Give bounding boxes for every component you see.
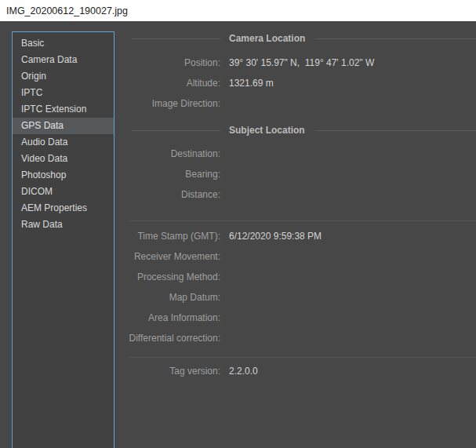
field-label: Processing Method: [114,271,220,282]
field-differential-correction: Differential correction: [114,328,476,348]
header-line-right [314,130,476,131]
header-line-left [114,130,220,131]
field-position: Position: 39° 30' 15.97" N, 119° 47' 1.0… [114,53,476,73]
sidebar-item-aem-properties[interactable]: AEM Properties [13,200,114,217]
sidebar-item-origin[interactable]: Origin [13,68,114,85]
section-header-subject-location: Subject Location [114,122,476,138]
field-time-stamp-gmt: Time Stamp (GMT): 6/12/2020 9:59:38 PM [114,226,476,246]
header-line-right [314,38,476,39]
file-info-panel: Basic Camera Data Origin IPTC IPTC Exten… [0,21,476,448]
field-image-direction: Image Direction: [114,93,476,114]
field-label: Destination: [114,148,220,159]
field-tag-version: Tag version: 2.2.0.0 [114,361,476,381]
category-list: Basic Camera Data Origin IPTC IPTC Exten… [12,31,114,448]
sidebar-item-photoshop[interactable]: Photoshop [13,167,114,184]
sidebar-item-iptc-extension[interactable]: IPTC Extension [13,101,114,118]
field-label: Map Datum: [114,292,220,303]
field-area-information: Area Information: [114,308,476,328]
field-label: Altitude: [114,78,220,89]
header-line-left [114,38,220,39]
field-label: Distance: [114,189,220,200]
section-divider [129,220,476,221]
field-processing-method: Processing Method: [114,267,476,287]
field-label: Bearing: [114,169,220,180]
sidebar-item-dicom[interactable]: DICOM [13,184,114,200]
field-value: 1321.69 m [229,78,274,89]
sidebar-item-camera-data[interactable]: Camera Data [13,52,114,68]
field-label: Area Information: [114,312,220,323]
field-distance: Distance: [114,184,476,205]
section-divider [129,357,476,358]
section-title: Camera Location [229,33,305,44]
field-label: Position: [114,57,220,68]
field-label: Time Stamp (GMT): [114,231,220,242]
sidebar-item-iptc[interactable]: IPTC [13,85,114,101]
field-label: Image Direction: [114,98,220,109]
field-value: 2.2.0.0 [229,366,258,377]
section-title: Subject Location [229,125,305,136]
field-label: Differential correction: [114,333,220,344]
sidebar-item-gps-data[interactable]: GPS Data [13,118,114,134]
field-bearing: Bearing: [114,164,476,184]
window-title: IMG_20200612_190027.jpg [6,5,128,16]
field-altitude: Altitude: 1321.69 m [114,73,476,93]
sidebar-item-video-data[interactable]: Video Data [13,151,114,167]
field-label: Receiver Movement: [114,251,220,262]
field-value: 6/12/2020 9:59:38 PM [229,231,322,242]
field-map-datum: Map Datum: [114,287,476,308]
field-label: Tag version: [114,366,220,377]
sidebar-item-basic[interactable]: Basic [13,35,114,52]
sidebar-item-audio-data[interactable]: Audio Data [13,134,114,151]
section-header-camera-location: Camera Location [114,31,476,46]
sidebar-item-raw-data[interactable]: Raw Data [13,217,114,233]
field-value: 39° 30' 15.97" N, 119° 47' 1.02" W [229,57,374,68]
field-destination: Destination: [114,144,476,164]
gps-data-content: Camera Location Position: 39° 30' 15.97"… [114,21,476,448]
field-receiver-movement: Receiver Movement: [114,246,476,267]
titlebar: IMG_20200612_190027.jpg [0,0,476,21]
